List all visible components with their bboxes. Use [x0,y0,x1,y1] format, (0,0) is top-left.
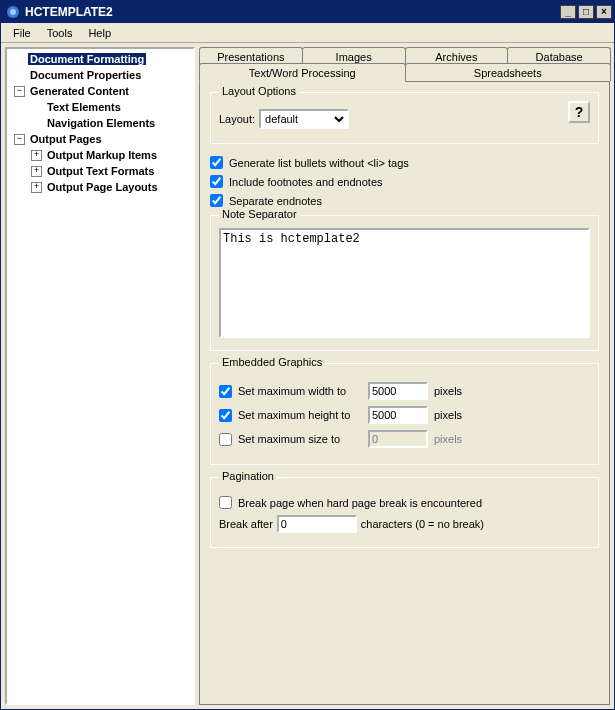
pixels-label-disabled: pixels [434,433,462,445]
note-separator-legend: Note Separator [219,208,300,220]
break-hard-checkbox[interactable] [219,496,232,509]
layout-select[interactable]: default [259,109,349,129]
note-separator-textarea[interactable]: This is hctemplate2 [219,228,590,338]
expand-icon[interactable]: − [14,134,25,145]
separate-endnotes-checkbox[interactable] [210,194,223,207]
break-after-label: Break after [219,518,273,530]
layout-label: Layout: [219,113,255,125]
pixels-label: pixels [434,385,462,397]
tab-text-word-processing[interactable]: Text/Word Processing [199,63,406,82]
tree-document-properties[interactable]: Document Properties [28,69,143,81]
max-width-checkbox[interactable] [219,385,232,398]
window: HCTEMPLATE2 _ □ × File Tools Help Docume… [0,0,615,710]
max-width-label: Set maximum width to [238,385,368,397]
tree-output-pages[interactable]: Output Pages [28,133,104,145]
tab-content: Layout Options ? Layout: default Generat… [199,81,610,705]
tab-strip: Presentations Images Archives Database T… [199,47,610,81]
gen-bullets-checkbox[interactable] [210,156,223,169]
expand-icon[interactable]: − [14,86,25,97]
break-hard-label: Break page when hard page break is encou… [238,497,482,509]
include-footnotes-checkbox[interactable] [210,175,223,188]
content-pane: Presentations Images Archives Database T… [199,47,610,705]
maximize-button[interactable]: □ [578,5,594,19]
minimize-button[interactable]: _ [560,5,576,19]
tree-output-page-layouts[interactable]: Output Page Layouts [45,181,160,193]
pagination-group: Pagination Break page when hard page bre… [210,477,599,548]
tree-output-markup-items[interactable]: Output Markup Items [45,149,159,161]
tab-spreadsheets[interactable]: Spreadsheets [405,63,612,81]
expand-icon[interactable]: + [31,166,42,177]
menu-file[interactable]: File [5,25,39,41]
max-height-input[interactable] [368,406,428,424]
window-title: HCTEMPLATE2 [25,5,113,19]
max-size-label: Set maximum size to [238,433,368,445]
help-button[interactable]: ? [568,101,590,123]
pixels-label: pixels [434,409,462,421]
svg-point-1 [10,9,16,15]
max-height-checkbox[interactable] [219,409,232,422]
tree-document-formatting[interactable]: Document Formatting [28,53,146,65]
tree-view[interactable]: Document Formatting Document Properties … [5,47,195,705]
menu-help[interactable]: Help [80,25,119,41]
layout-options-legend: Layout Options [219,85,299,97]
tree-output-text-formats[interactable]: Output Text Formats [45,165,156,177]
titlebar: HCTEMPLATE2 _ □ × [1,1,614,23]
layout-options-group: Layout Options ? Layout: default [210,92,599,144]
embedded-graphics-group: Embedded Graphics Set maximum width to p… [210,363,599,465]
tree-generated-content[interactable]: Generated Content [28,85,131,97]
max-height-label: Set maximum height to [238,409,368,421]
tree-navigation-elements[interactable]: Navigation Elements [45,117,157,129]
max-size-input [368,430,428,448]
tree-text-elements[interactable]: Text Elements [45,101,123,113]
break-after-input[interactable] [277,515,357,533]
close-button[interactable]: × [596,5,612,19]
break-after-suffix: characters (0 = no break) [361,518,484,530]
separate-endnotes-label: Separate endnotes [229,195,322,207]
max-size-checkbox[interactable] [219,433,232,446]
pagination-legend: Pagination [219,470,277,482]
gen-bullets-label: Generate list bullets without <li> tags [229,157,409,169]
menubar: File Tools Help [1,23,614,43]
include-footnotes-label: Include footnotes and endnotes [229,176,383,188]
embedded-graphics-legend: Embedded Graphics [219,356,325,368]
max-width-input[interactable] [368,382,428,400]
expand-icon[interactable]: + [31,150,42,161]
app-icon [5,4,21,20]
note-separator-group: Note Separator This is hctemplate2 [210,215,599,351]
menu-tools[interactable]: Tools [39,25,81,41]
expand-icon[interactable]: + [31,182,42,193]
